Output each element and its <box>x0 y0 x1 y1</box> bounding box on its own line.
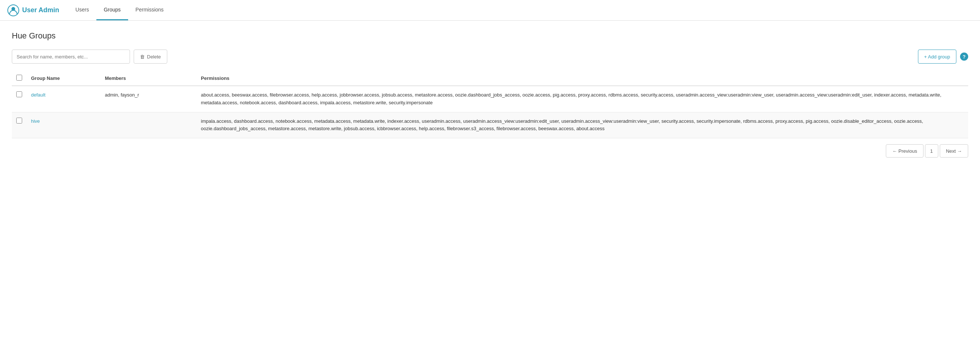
brand-link[interactable]: User Admin <box>7 5 59 16</box>
toolbar-left: 🗑 Delete <box>12 50 167 64</box>
row-members <box>100 112 196 138</box>
row-group-name: hive <box>27 112 100 138</box>
table-header: Group Name Members Permissions <box>12 71 968 86</box>
trash-icon: 🗑 <box>140 54 145 59</box>
row-checkbox[interactable] <box>16 118 22 123</box>
row-permissions: about.access, beeswax.access, filebrowse… <box>196 86 968 112</box>
select-all-checkbox[interactable] <box>16 75 22 81</box>
row-checkbox-cell <box>12 112 27 138</box>
table-body: default admin, fayson_r about.access, be… <box>12 86 968 138</box>
previous-button[interactable]: ← Previous <box>886 144 923 158</box>
col-permissions: Permissions <box>196 71 968 86</box>
main-content: Hue Groups 🗑 Delete + Add group ? Group … <box>0 21 980 358</box>
group-name-link[interactable]: default <box>31 92 45 97</box>
search-input[interactable] <box>12 50 130 64</box>
group-name-link[interactable]: hive <box>31 118 40 124</box>
add-group-button[interactable]: + Add group <box>918 50 956 64</box>
select-all-col <box>12 71 27 86</box>
row-group-name: default <box>27 86 100 112</box>
delete-label: Delete <box>147 54 161 59</box>
delete-button[interactable]: 🗑 Delete <box>134 50 167 64</box>
groups-table: Group Name Members Permissions default a… <box>12 71 968 138</box>
help-icon[interactable]: ? <box>960 53 968 61</box>
user-admin-icon <box>7 5 19 16</box>
tab-groups[interactable]: Groups <box>96 0 128 20</box>
nav-tabs: Users Groups Permissions <box>68 0 171 20</box>
tab-users[interactable]: Users <box>68 0 96 20</box>
toolbar: 🗑 Delete + Add group ? <box>12 50 968 64</box>
table-row: hive impala.access, dashboard.access, no… <box>12 112 968 138</box>
next-button[interactable]: Next → <box>940 144 968 158</box>
table-row: default admin, fayson_r about.access, be… <box>12 86 968 112</box>
tab-permissions[interactable]: Permissions <box>128 0 171 20</box>
brand-label: User Admin <box>22 6 59 14</box>
pagination: ← Previous 1 Next → <box>12 138 968 159</box>
row-members: admin, fayson_r <box>100 86 196 112</box>
row-checkbox[interactable] <box>16 91 22 97</box>
header: User Admin Users Groups Permissions <box>0 0 980 21</box>
col-group-name: Group Name <box>27 71 100 86</box>
page-number: 1 <box>925 144 938 158</box>
row-permissions: impala.access, dashboard.access, noteboo… <box>196 112 968 138</box>
row-checkbox-cell <box>12 86 27 112</box>
page-title: Hue Groups <box>12 31 968 41</box>
toolbar-right: + Add group ? <box>918 50 968 64</box>
col-members: Members <box>100 71 196 86</box>
